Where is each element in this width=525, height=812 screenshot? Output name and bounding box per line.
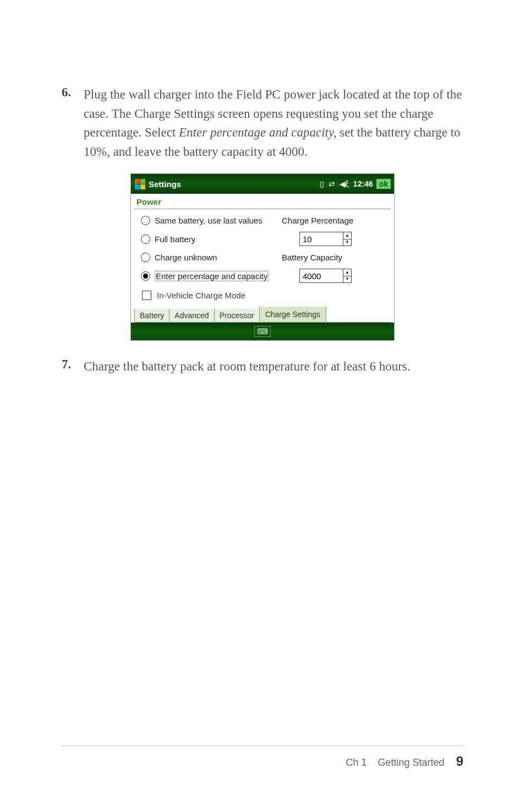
charge-percentage-input[interactable] (300, 232, 343, 246)
battery-capacity-spinner[interactable]: ▲▼ (299, 269, 352, 283)
spin-down-icon[interactable]: ▼ (343, 276, 351, 283)
tab-processor[interactable]: Processor (214, 309, 260, 323)
in-vehicle-checkbox-row[interactable]: In-Vehicle Charge Mode (131, 287, 394, 307)
spin-down-icon[interactable]: ▼ (343, 239, 351, 246)
charge-percentage-spinner[interactable]: ▲▼ (299, 232, 352, 246)
step-text: Charge the battery pack at room temperat… (84, 357, 411, 377)
page-footer: Ch 1 Getting Started 9 (62, 745, 463, 769)
start-icon[interactable] (134, 178, 145, 189)
radio-charge-unknown[interactable]: Charge unknown (141, 253, 282, 262)
radio-full-battery[interactable]: Full battery (141, 235, 282, 244)
divider (134, 209, 391, 209)
sync-icon: ⇄ (329, 179, 335, 188)
title-bar: Settings ▯ ⇄ ◀ξ 12:46 ok (131, 174, 394, 194)
radio-icon (141, 271, 150, 281)
radio-icon (141, 235, 150, 244)
radio-label: Charge unknown (155, 253, 217, 262)
radio-icon (141, 216, 150, 225)
step-6: 6. Plug the wall charger into the Field … (62, 85, 463, 161)
battery-capacity-label: Battery Capacity (282, 253, 386, 262)
radio-label: Same battery, use last values (155, 216, 262, 225)
ok-button[interactable]: ok (376, 179, 391, 189)
page-number: 9 (456, 754, 463, 769)
content-grid: Same battery, use last values Charge Per… (131, 214, 394, 287)
signal-icon: ▯ (320, 179, 324, 188)
spin-buttons[interactable]: ▲▼ (343, 232, 351, 246)
radio-enter-percentage[interactable]: Enter percentage and capacity (141, 271, 282, 281)
speaker-icon: ◀ξ (340, 179, 349, 188)
chapter-label: Ch 1 (346, 757, 367, 768)
radio-icon (141, 253, 150, 262)
panel-title: Power (131, 194, 394, 209)
radio-label: Full battery (155, 235, 195, 244)
tab-charge-settings[interactable]: Charge Settings (259, 307, 326, 323)
section-label: Getting Started (378, 757, 445, 768)
radio-label: Enter percentage and capacity (155, 271, 269, 281)
tab-battery[interactable]: Battery (134, 309, 169, 323)
step-number: 7. (62, 357, 84, 377)
settings-screenshot: Settings ▯ ⇄ ◀ξ 12:46 ok Power Same batt… (130, 173, 395, 341)
tab-advanced[interactable]: Advanced (169, 309, 214, 323)
checkbox-label: In-Vehicle Charge Mode (157, 291, 245, 300)
clock: 12:46 (353, 179, 373, 188)
charge-percentage-label: Charge Percentage (282, 216, 386, 225)
em-text: Enter percentage and capacity, (179, 126, 337, 139)
keyboard-icon[interactable]: ⌨ (254, 326, 271, 337)
spin-up-icon[interactable]: ▲ (343, 269, 351, 276)
spin-up-icon[interactable]: ▲ (343, 232, 351, 239)
bottom-bar: ⌨ (131, 323, 394, 340)
battery-capacity-input[interactable] (300, 269, 343, 282)
checkbox-icon (142, 291, 151, 300)
spin-buttons[interactable]: ▲▼ (343, 269, 351, 282)
window-title: Settings (149, 179, 320, 189)
step-number: 6. (62, 85, 84, 161)
step-7: 7. Charge the battery pack at room tempe… (62, 357, 463, 377)
status-icons: ▯ ⇄ ◀ξ 12:46 (320, 179, 373, 188)
step-text: Plug the wall charger into the Field PC … (84, 85, 463, 161)
tabs: Battery Advanced Processor Charge Settin… (131, 307, 394, 323)
radio-same-battery[interactable]: Same battery, use last values (141, 216, 282, 225)
